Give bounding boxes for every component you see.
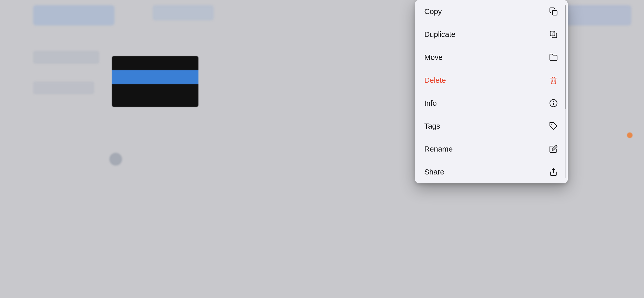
duplicate-icon <box>548 29 559 39</box>
menu-item-duplicate[interactable]: Duplicate <box>415 23 568 46</box>
share-icon <box>548 167 559 177</box>
bg-decoration-1 <box>33 5 114 25</box>
folder-icon <box>548 52 559 62</box>
svg-rect-1 <box>552 33 557 37</box>
rename-label: Rename <box>424 145 453 153</box>
tag-icon <box>548 121 559 131</box>
trash-icon <box>548 75 559 85</box>
info-label: Info <box>424 99 437 107</box>
menu-item-copy[interactable]: Copy <box>415 0 568 23</box>
bg-decoration-4 <box>33 51 99 64</box>
menu-item-info[interactable]: Info <box>415 92 568 115</box>
pencil-icon <box>548 144 559 154</box>
bg-icon-decoration <box>109 153 122 166</box>
scroll-indicator <box>565 5 566 178</box>
card-body <box>112 56 198 107</box>
menu-item-delete[interactable]: Delete <box>415 69 568 92</box>
move-label: Move <box>424 53 443 62</box>
menu-item-move[interactable]: Move <box>415 46 568 69</box>
duplicate-label: Duplicate <box>424 30 455 39</box>
context-menu: Copy Duplicate Move Del <box>415 0 568 183</box>
info-icon <box>548 98 559 108</box>
bg-orange-dot <box>627 132 633 138</box>
delete-label: Delete <box>424 76 446 85</box>
menu-item-tags[interactable]: Tags <box>415 115 568 138</box>
tags-label: Tags <box>424 122 440 130</box>
copy-icon <box>548 6 559 17</box>
copy-label: Copy <box>424 7 442 16</box>
background-card-image <box>112 56 198 107</box>
svg-rect-0 <box>552 10 557 15</box>
menu-item-rename[interactable]: Rename <box>415 138 568 160</box>
bg-decoration-2 <box>153 5 214 20</box>
menu-item-share[interactable]: Share <box>415 160 568 183</box>
svg-rect-2 <box>550 31 555 36</box>
card-stripe <box>112 70 198 84</box>
share-label: Share <box>424 168 444 176</box>
bg-decoration-5 <box>33 82 94 94</box>
scroll-thumb <box>565 5 566 109</box>
